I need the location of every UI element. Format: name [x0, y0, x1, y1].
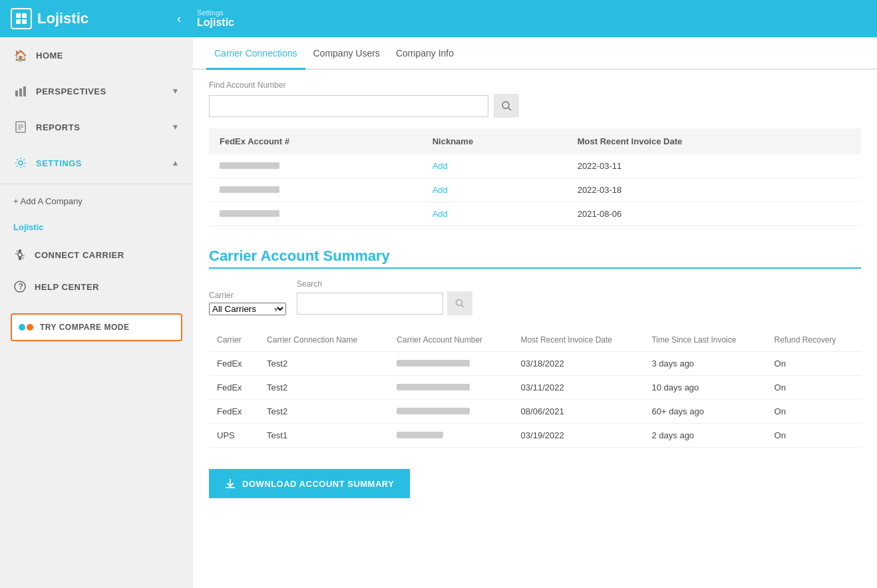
summary-carrier-cell: FedEx	[209, 352, 259, 376]
try-compare-label: TRY COMPARE MODE	[40, 323, 129, 332]
carrier-filter-label: Carrier	[209, 291, 286, 300]
reports-icon	[13, 120, 28, 134]
svg-rect-1	[22, 13, 27, 18]
filter-row: Carrier All Carriers FedEx UPS Search	[209, 279, 861, 315]
summary-search-input[interactable]	[297, 293, 443, 315]
svg-line-24	[462, 305, 464, 308]
summary-account-number-cell	[389, 352, 512, 376]
find-account-label: Find Account Number	[209, 80, 861, 90]
svg-line-16	[22, 257, 23, 259]
summary-refund-cell: On	[767, 424, 861, 448]
content-area: Carrier Connections Company Users Compan…	[193, 37, 877, 588]
masked-summary-account	[397, 432, 443, 438]
sidebar-item-home[interactable]: 🏠 HOME	[0, 37, 193, 73]
summary-time-since-cell: 3 days ago	[643, 352, 766, 376]
col-recent-invoice: Most Recent Invoice Date	[513, 329, 644, 352]
sidebar-item-perspectives[interactable]: PERSPECTIVES ▼	[0, 73, 193, 109]
summary-table-header-row: Carrier Carrier Connection Name Carrier …	[209, 329, 861, 352]
breadcrumb: Settings Lojistic	[197, 9, 234, 29]
col-connection-name: Carrier Connection Name	[259, 329, 389, 352]
nickname-cell: Add	[422, 178, 567, 202]
summary-account-number-cell	[389, 424, 512, 448]
summary-invoice-date-cell: 08/06/2021	[513, 400, 644, 424]
connect-carrier-label: CONNECT CARRIER	[35, 250, 124, 260]
summary-refund-cell: On	[767, 352, 861, 376]
masked-account-number	[220, 210, 279, 217]
nickname-cell: Add	[422, 154, 567, 178]
account-number-cell	[209, 202, 422, 226]
accounts-table-header-row: FedEx Account # Nickname Most Recent Inv…	[209, 128, 861, 154]
carrier-select-wrapper: All Carriers FedEx UPS	[209, 303, 286, 315]
svg-point-11	[19, 161, 23, 165]
col-refund: Refund Recovery	[767, 329, 861, 352]
summary-time-since-cell: 2 days ago	[643, 424, 766, 448]
summary-table-row: FedEx Test2 08/06/2021 60+ days ago On	[209, 400, 861, 424]
sidebar-item-help-center[interactable]: ? HELP CENTER	[0, 271, 193, 303]
svg-rect-0	[16, 13, 21, 18]
sidebar: 🏠 HOME PERSPECTIVES ▼	[0, 37, 193, 588]
svg-line-22	[508, 108, 511, 110]
tab-carrier-connections[interactable]: Carrier Connections	[206, 37, 305, 70]
dot-orange	[27, 324, 33, 331]
add-nickname-link[interactable]: Add	[433, 185, 448, 195]
tabs-bar: Carrier Connections Company Users Compan…	[193, 37, 877, 70]
carrier-filter-group: Carrier All Carriers FedEx UPS	[209, 291, 286, 315]
summary-carrier-cell: UPS	[209, 424, 259, 448]
carrier-select[interactable]: All Carriers FedEx UPS	[209, 303, 286, 315]
add-company-button[interactable]: + Add A Company	[0, 187, 193, 216]
breadcrumb-title: Lojistic	[197, 17, 234, 29]
col-carrier: Carrier	[209, 329, 259, 352]
find-account-row	[209, 94, 861, 118]
summary-table: Carrier Carrier Connection Name Carrier …	[209, 329, 861, 448]
top-bar: Lojistic ‹ Settings Lojistic	[0, 0, 877, 37]
summary-carrier-cell: FedEx	[209, 400, 259, 424]
add-nickname-link[interactable]: Add	[433, 209, 448, 219]
tab-company-info[interactable]: Company Info	[388, 37, 462, 70]
svg-point-14	[18, 253, 22, 257]
summary-time-since-cell: 10 days ago	[643, 376, 766, 400]
summary-carrier-cell: FedEx	[209, 376, 259, 400]
invoice-date-cell: 2021-08-06	[567, 202, 861, 226]
sidebar-item-home-label: HOME	[36, 51, 63, 61]
summary-connection-name-cell: Test2	[259, 352, 389, 376]
sidebar-item-settings[interactable]: SETTINGS ▲	[0, 145, 193, 181]
summary-section: Carrier Account Summary Carrier All Carr…	[193, 237, 877, 464]
summary-refund-cell: On	[767, 376, 861, 400]
summary-search-button[interactable]	[447, 291, 472, 315]
logo-icon	[11, 8, 32, 29]
logo-text: Lojistic	[37, 10, 88, 27]
find-account-input[interactable]	[209, 95, 488, 117]
add-company-label: + Add A Company	[13, 196, 83, 206]
breadcrumb-label: Settings	[197, 9, 234, 17]
sidebar-item-connect-carrier[interactable]: CONNECT CARRIER	[0, 239, 193, 271]
masked-summary-account	[397, 384, 470, 390]
back-button[interactable]: ‹	[177, 12, 181, 26]
try-compare-mode-button[interactable]: TRY COMPARE MODE	[11, 313, 182, 341]
summary-table-row: FedEx Test2 03/18/2022 3 days ago On	[209, 352, 861, 376]
account-number-cell	[209, 178, 422, 202]
accounts-table-row: Add 2021-08-06	[209, 202, 861, 226]
sidebar-item-reports[interactable]: REPORTS ▼	[0, 109, 193, 145]
masked-summary-account	[397, 408, 470, 414]
invoice-date-cell: 2022-03-18	[567, 178, 861, 202]
home-icon: 🏠	[13, 48, 28, 63]
tab-company-users[interactable]: Company Users	[305, 37, 388, 70]
company-name: Lojistic	[0, 216, 193, 239]
help-center-icon: ?	[13, 280, 27, 293]
svg-rect-2	[16, 19, 21, 24]
main-layout: 🏠 HOME PERSPECTIVES ▼	[0, 37, 877, 588]
search-label: Search	[297, 279, 472, 289]
svg-text:?: ?	[19, 282, 24, 291]
find-account-search-button[interactable]	[494, 94, 519, 118]
masked-summary-account	[397, 360, 470, 367]
accounts-table-row: Add 2022-03-18	[209, 178, 861, 202]
summary-table-row: UPS Test1 03/19/2022 2 days ago On	[209, 424, 861, 448]
accounts-table: FedEx Account # Nickname Most Recent Inv…	[209, 128, 861, 226]
masked-account-number	[220, 186, 279, 193]
col-invoice-date: Most Recent Invoice Date	[567, 128, 861, 154]
svg-rect-4	[15, 90, 18, 96]
download-account-summary-button[interactable]: DOWNLOAD ACCOUNT SUMMARY	[209, 469, 410, 498]
nickname-cell: Add	[422, 202, 567, 226]
add-nickname-link[interactable]: Add	[433, 161, 448, 171]
svg-rect-6	[23, 86, 26, 96]
